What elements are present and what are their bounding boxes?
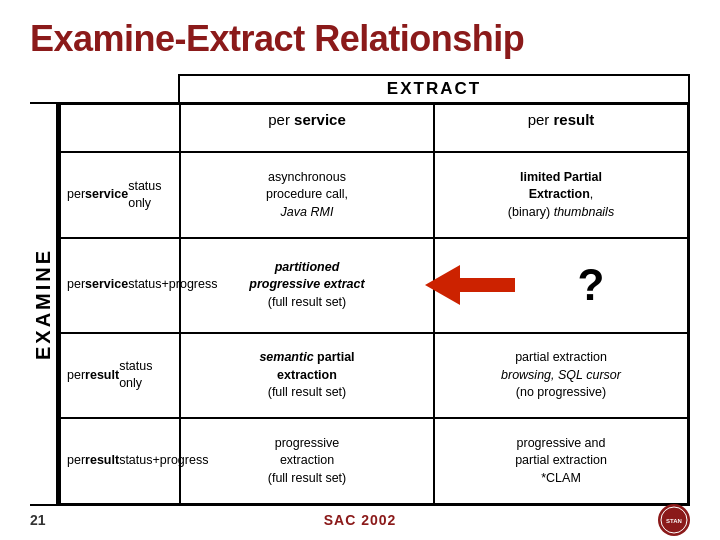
row3-col2-text: partial extractionbrowsing, SQL cursor(n… — [501, 349, 621, 402]
row4-col1-text: progressiveextraction(full result set) — [268, 435, 347, 488]
footer: 21 SAC 2002 STAN — [30, 506, 690, 530]
row2-header-sub1: status+ — [128, 276, 169, 294]
stanford-seal: STAN — [658, 504, 690, 536]
row1-col2: limited PartialExtraction,(binary) thumb… — [434, 152, 688, 238]
row3-header-sub: status only — [119, 358, 173, 393]
grid-container: EXAMINE per service per result per servi… — [30, 102, 690, 506]
row1-col1: asynchronousprocedure call,Java RMI — [180, 152, 434, 238]
svg-marker-0 — [425, 265, 515, 305]
header-result-bold: result — [554, 111, 595, 128]
row3-col1: semantic partialextraction (full result … — [180, 333, 434, 419]
page: Examine-Extract Relationship EXTRACT EXA… — [0, 0, 720, 540]
page-title: Examine-Extract Relationship — [30, 18, 690, 60]
row4-col2-text: progressive andpartial extraction*CLAM — [515, 435, 607, 488]
row2-col1-text: partitioned progressive extract (full re… — [249, 259, 364, 312]
slide-number: 21 — [30, 512, 46, 528]
row4-col1: progressiveextraction(full result set) — [180, 418, 434, 504]
row1-col1-text: asynchronousprocedure call,Java RMI — [266, 169, 348, 222]
row3-header-bold: result — [85, 367, 119, 385]
row1-header: per service status only — [60, 152, 180, 238]
row2-col2: ? — [434, 238, 688, 333]
examine-label: EXAMINE — [30, 102, 58, 506]
question-mark: ? — [503, 254, 679, 316]
row1-header-sub: status only — [128, 178, 173, 213]
seal-icon: STAN — [660, 506, 688, 534]
row1-header-bold: service — [85, 186, 128, 204]
row3-col1-text: semantic partialextraction (full result … — [259, 349, 354, 402]
row3-col2: partial extractionbrowsing, SQL cursor(n… — [434, 333, 688, 419]
header-per-result: per result — [434, 104, 688, 152]
row2-header: per service status+ progress — [60, 238, 180, 333]
header-empty — [60, 104, 180, 152]
red-arrow-icon — [425, 260, 515, 310]
table-wrapper: EXTRACT EXAMINE per service per result p… — [30, 74, 690, 506]
conference-label: SAC 2002 — [324, 512, 397, 528]
row4-header-bold: result — [85, 452, 119, 470]
row1-col2-text: limited PartialExtraction,(binary) thumb… — [508, 169, 614, 222]
extract-header: EXTRACT — [178, 74, 690, 102]
row2-header-bold: service — [85, 276, 128, 294]
row4-col2: progressive andpartial extraction*CLAM — [434, 418, 688, 504]
row4-header-sub1: status+ — [119, 452, 160, 470]
header-per-service: per service — [180, 104, 434, 152]
row3-header: per result status only — [60, 333, 180, 419]
row2-col1: partitioned progressive extract (full re… — [180, 238, 434, 333]
row4-header: per result status+ progress — [60, 418, 180, 504]
svg-text:STAN: STAN — [666, 518, 682, 524]
header-service-bold: service — [294, 111, 346, 128]
main-table: per service per result per service statu… — [58, 102, 690, 506]
